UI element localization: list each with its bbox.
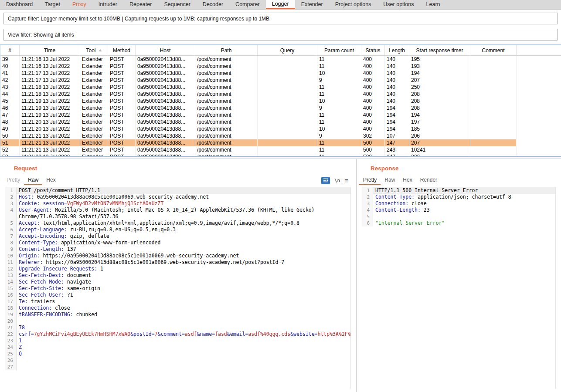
cell-status: 400	[361, 125, 385, 132]
column-header-path[interactable]: Path	[195, 45, 258, 55]
column-header-method[interactable]: Method	[108, 45, 136, 55]
log-row-43[interactable]: 4311:21:18 13 Jul 2022ExtenderPOST0a9500…	[0, 84, 561, 91]
log-row-45[interactable]: 4511:21:19 13 Jul 2022ExtenderPOST0a9500…	[0, 98, 561, 105]
menu-tab-dashboard[interactable]: Dashboard	[0, 0, 39, 9]
line-content	[373, 213, 555, 220]
cell-query	[258, 153, 317, 156]
editor-line: 3Connection: close	[362, 200, 555, 207]
column-header-blank[interactable]: #	[0, 45, 20, 55]
line-content: Upgrade-Insecure-Requests: 1	[17, 266, 350, 272]
line-content: Accept-Language: ru-RU,ru;q=0.8,en-US;q=…	[17, 226, 350, 233]
menu-tab-intruder[interactable]: Intruder	[92, 0, 123, 9]
log-row-41[interactable]: 4111:21:17 13 Jul 2022ExtenderPOST0a9500…	[0, 70, 561, 77]
cell-filler	[517, 139, 561, 146]
editor-line: 231	[5, 338, 350, 344]
cell-start-response-timer: 208	[409, 105, 470, 112]
request-tabs: PrettyRawHex\n≡	[3, 176, 356, 185]
log-row-52[interactable]: 5211:21:21 13 Jul 2022ExtenderPOST0a9500…	[0, 146, 561, 153]
menu-tab-project-options[interactable]: Project options	[329, 0, 377, 9]
cell-blank: 52	[0, 146, 20, 153]
log-row-46[interactable]: 4611:21:19 13 Jul 2022ExtenderPOST0a9500…	[0, 105, 561, 112]
request-editor[interactable]: 1POST /post/comment HTTP/1.12Host: 0a950…	[5, 187, 351, 389]
menu-tab-decoder[interactable]: Decoder	[197, 0, 229, 9]
log-row-44[interactable]: 4411:21:18 13 Jul 2022ExtenderPOST0a9500…	[0, 91, 561, 98]
cell-status: 400	[361, 98, 385, 105]
line-number: 15	[5, 285, 17, 292]
line-content: csrf=7gYzhMCiFvi4gBEyUEEk7HmHSHM7xWAO&po…	[17, 331, 351, 338]
editor-line: 5	[362, 213, 555, 220]
table-split-divider[interactable]	[0, 156, 561, 159]
cell-status: 400	[361, 84, 385, 91]
cell-query	[258, 77, 317, 84]
response-panel: Response PrettyRawHexRender 1HTTP/1.1 50…	[357, 159, 561, 392]
cell-tool: Extender	[80, 91, 108, 98]
cell-query	[258, 56, 317, 63]
log-row-42[interactable]: 4211:21:17 13 Jul 2022ExtenderPOST0a9500…	[0, 77, 561, 84]
cell-query	[258, 125, 317, 132]
cell-param-count: 11	[317, 91, 361, 98]
column-header-comment[interactable]: Comment	[470, 45, 517, 55]
menu-tab-repeater[interactable]: Repeater	[123, 0, 158, 9]
column-header-start-response-timer[interactable]: Start response timer	[409, 45, 470, 55]
cell-length: 140	[385, 77, 409, 84]
menu-tab-logger[interactable]: Logger	[266, 0, 295, 9]
menu-tab-target[interactable]: Target	[39, 0, 66, 9]
line-content	[17, 357, 350, 364]
menu-tab-user-options[interactable]: User options	[377, 0, 420, 9]
cell-param-count: 9	[317, 77, 361, 84]
editor-line: 3Cookie: session=VgFWy4D2vMfON7vMNMhjQ1S…	[5, 200, 350, 207]
line-number: 17	[5, 298, 17, 305]
request-tab-raw[interactable]: Raw	[24, 176, 42, 185]
cell-host: 0a9500020413d88...	[136, 91, 195, 98]
request-tab-pretty[interactable]: Pretty	[3, 176, 24, 185]
editor-line: 15Sec-Fetch-Site: same-origin	[5, 285, 350, 292]
log-row-49[interactable]: 4911:21:20 13 Jul 2022ExtenderPOST0a9500…	[0, 125, 561, 132]
menu-tab-learn[interactable]: Learn	[420, 0, 446, 9]
log-row-40[interactable]: 4011:21:16 13 Jul 2022ExtenderPOST0a9500…	[0, 63, 561, 70]
line-content: Content-Length: 23	[373, 207, 555, 213]
cell-status: 400	[361, 56, 385, 63]
cell-status: 400	[361, 118, 385, 125]
menu-tab-comparer[interactable]: Comparer	[229, 0, 266, 9]
log-row-50[interactable]: 5011:21:21 13 Jul 2022ExtenderPOST0a9500…	[0, 132, 561, 139]
cell-blank: 40	[0, 63, 20, 70]
cell-method: POST	[108, 146, 136, 153]
editor-menu-icon[interactable]: ≡	[344, 177, 348, 184]
cell-param-count: 11	[317, 118, 361, 125]
log-row-48[interactable]: 4811:21:20 13 Jul 2022ExtenderPOST0a9500…	[0, 118, 561, 125]
column-header-time[interactable]: Time	[20, 45, 80, 55]
column-header-tool[interactable]: Tool	[80, 45, 108, 55]
column-header-param-count[interactable]: Param count	[317, 45, 361, 55]
view-filter-bar[interactable]: View filter: Showing all items	[3, 29, 558, 41]
response-tab-hex[interactable]: Hex	[399, 176, 416, 185]
cell-method: POST	[108, 132, 136, 139]
cell-query	[258, 112, 317, 118]
capture-filter-bar[interactable]: Capture filter: Logger memory limit set …	[3, 13, 558, 24]
column-header-query[interactable]: Query	[258, 45, 317, 55]
menu-tab-sequencer[interactable]: Sequencer	[158, 0, 196, 9]
line-number: 19	[5, 311, 17, 318]
pretty-print-icon[interactable]	[321, 177, 330, 184]
column-header-host[interactable]: Host	[136, 45, 195, 55]
log-row-39[interactable]: 3911:21:16 13 Jul 2022ExtenderPOST0a9500…	[0, 56, 561, 63]
response-tab-raw[interactable]: Raw	[381, 176, 399, 185]
cell-path: /post/comment	[195, 153, 258, 156]
menu-tab-proxy[interactable]: Proxy	[66, 0, 92, 9]
menu-tab-extender[interactable]: Extender	[295, 0, 329, 9]
cell-length: 243	[385, 146, 409, 153]
log-row-53[interactable]: 5311:21:22 13 Jul 2022ExtenderPOST0a9500…	[0, 153, 561, 156]
response-editor[interactable]: 1HTTP/1.1 500 Internal Server Error2Cont…	[362, 187, 556, 389]
column-header-length[interactable]: Length	[385, 45, 409, 55]
column-header-status[interactable]: Status	[361, 45, 385, 55]
request-tab-hex[interactable]: Hex	[42, 176, 59, 185]
editor-line: 17Te: trailers	[5, 298, 350, 305]
response-tab-render[interactable]: Render	[416, 176, 441, 185]
editor-line: 12Upgrade-Insecure-Requests: 1	[5, 266, 350, 272]
response-tab-pretty[interactable]: Pretty	[359, 176, 381, 185]
newline-toggle-icon[interactable]: \n	[334, 178, 340, 183]
log-row-47[interactable]: 4711:21:19 13 Jul 2022ExtenderPOST0a9500…	[0, 112, 561, 118]
log-row-51[interactable]: 5111:21:21 13 Jul 2022ExtenderPOST0a9500…	[0, 139, 561, 146]
cell-query	[258, 63, 317, 70]
cell-comment	[470, 77, 517, 84]
cell-time: 11:21:22 13 Jul 2022	[20, 153, 80, 156]
